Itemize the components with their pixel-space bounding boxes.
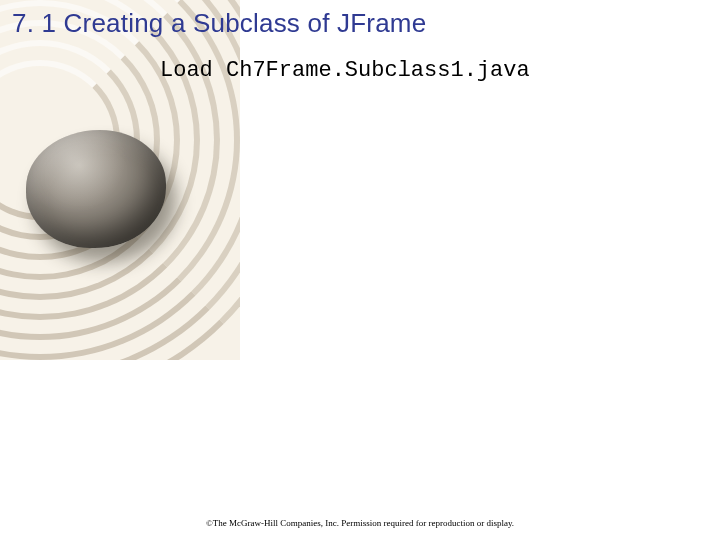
copyright-text: ©The McGraw-Hill Companies, Inc. Permiss… [0,518,720,528]
code-filename-text: Load Ch7Frame.Subclass1.java [160,58,530,83]
slide-heading: 7. 1 Creating a Subclass of JFrame [12,8,426,39]
stone-icon [26,130,166,248]
zen-sand-stone-image [0,0,240,360]
